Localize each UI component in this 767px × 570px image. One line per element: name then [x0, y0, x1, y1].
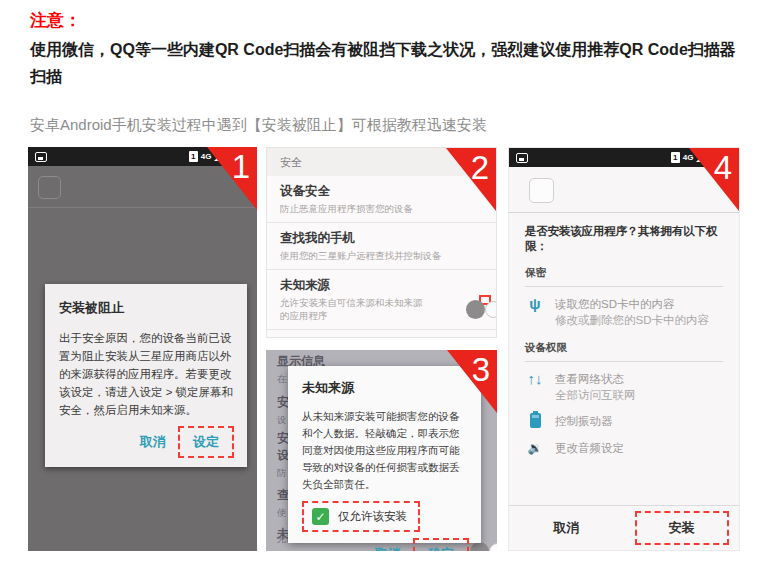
- dialog-title: 未知来源: [302, 379, 469, 397]
- settings-button[interactable]: 设定: [178, 426, 234, 458]
- dialog-body: 出于安全原因，您的设备当前已设置为阻止安装从三星应用商店以外的来源获得的应用程序…: [59, 329, 234, 419]
- network-status-icon: ↑↓: [525, 371, 545, 404]
- screenshot-icon: [35, 152, 47, 162]
- screenshot-step-2: 安全 设备安全 防止恶意应用程序损害您的设备 查找我的手机 使用您的三星账户远程…: [266, 147, 497, 338]
- permission-item-network: ↑↓ 查看网络状态 全部访问互联网: [525, 371, 723, 404]
- permission-text: 控制振动器: [555, 413, 613, 429]
- cancel-button[interactable]: 取消: [365, 540, 411, 551]
- unknown-sources-dialog: 未知来源 从未知来源安装可能损害您的设备和个人数据。轻敲确定，即表示您同意对因使…: [288, 366, 481, 543]
- security-settings-list: 设备安全 防止恶意应用程序损害您的设备 查找我的手机 使用您的三星账户远程查找并…: [267, 176, 496, 338]
- notice-body: 使用微信，QQ等一些内建QR Code扫描会有被阻挡下载之状况，强烈建议使用推荐…: [30, 36, 742, 90]
- step-number: 2: [471, 149, 489, 187]
- step-corner-badge: 4: [689, 148, 739, 211]
- section-heading-privacy: 保密: [525, 266, 723, 287]
- settings-item-subtitle: 防止恶意应用程序损害您的设备: [280, 203, 484, 216]
- install-blocked-dialog: 安装被阻止 出于安全原因，您的设备当前已设置为阻止安装从三星应用商店以外的来源获…: [45, 284, 247, 467]
- step-number: 3: [472, 351, 490, 389]
- settings-item-device-security[interactable]: 设备安全 防止恶意应用程序损害您的设备: [267, 176, 496, 223]
- usb-storage-icon: ψ: [525, 296, 545, 329]
- settings-item-title: 其他安全设定: [280, 337, 484, 338]
- settings-item-title: 设备安全: [280, 183, 484, 200]
- divider: [509, 212, 739, 213]
- app-icon-placeholder: [529, 178, 554, 203]
- cancel-button[interactable]: 取消: [536, 513, 598, 543]
- section-heading-device: 设备权限: [525, 341, 723, 362]
- checkbox-label: 仅允许该安装: [338, 509, 407, 524]
- step-number: 1: [232, 148, 250, 186]
- app-icon-placeholder: [38, 176, 61, 199]
- cancel-button[interactable]: 取消: [130, 428, 176, 456]
- settings-item-subtitle: 使用您的三星账户远程查找并控制设备: [280, 250, 484, 263]
- network-type-indicator: 4G: [683, 154, 694, 162]
- notification-badge: 1: [671, 152, 680, 163]
- permission-item-audio: 🔉 更改音频设定: [525, 440, 723, 456]
- checkbox-checked-icon: ✓: [312, 508, 329, 525]
- permission-item-vibrator: 控制振动器: [525, 413, 723, 431]
- unknown-sources-toggle[interactable]: [479, 295, 491, 305]
- install-button[interactable]: 安装: [635, 511, 729, 545]
- dialog-body: 从未知来源安装可能损害您的设备和个人数据。轻敲确定，即表示您同意对因使用这些应用…: [302, 408, 469, 493]
- permission-text: 读取您的SD卡中的内容: [555, 296, 709, 312]
- vibrator-icon: [530, 413, 541, 428]
- step-number: 4: [714, 149, 732, 187]
- confirm-button[interactable]: 确定: [413, 538, 469, 551]
- step-corner-badge: 1: [207, 147, 257, 210]
- permission-item-sd-card: ψ 读取您的SD卡中的内容 修改或删除您的SD卡中的内容: [525, 296, 723, 329]
- network-type-indicator: 4G: [201, 153, 212, 161]
- screenshot-step-4: 1 4G 7: 是否安装该应用程序？其将拥有以下权限： 保密 ψ 读取您的SD卡…: [508, 147, 740, 551]
- permission-text: 查看网络状态: [555, 371, 636, 387]
- tutorial-subtitle: 安卓Android手机安装过程中遇到【安装被阻止】可根据教程迅速安装: [30, 116, 487, 135]
- divider: [28, 207, 257, 208]
- notice-title: 注意：: [30, 9, 81, 32]
- screenshot-step-1: 1 4G 7: 安装被阻止 出于安全原因，您的设备当前已设置为阻止安装从三星应用…: [28, 147, 257, 551]
- screenshot-icon: [516, 153, 528, 163]
- settings-item-other-security[interactable]: 其他安全设定 更改安全更新和证书存储等其他安全设定: [267, 330, 496, 338]
- permission-text: 全部访问互联网: [555, 387, 636, 404]
- settings-item-find-my-mobile[interactable]: 查找我的手机 使用您的三星账户远程查找并控制设备: [267, 223, 496, 270]
- notification-badge: 1: [189, 151, 198, 162]
- permission-text: 修改或删除您的SD卡中的内容: [555, 312, 709, 329]
- settings-item-title: 查找我的手机: [280, 230, 484, 247]
- permission-text: 更改音频设定: [555, 440, 624, 456]
- install-action-bar: 取消 安装: [509, 505, 739, 550]
- settings-item-unknown-sources[interactable]: 未知来源 允许安装来自可信来源和未知来源的应用程序: [267, 270, 496, 330]
- install-prompt-title: 是否安装该应用程序？其将拥有以下权限：: [525, 224, 725, 254]
- settings-item-title: 未知来源: [280, 277, 484, 294]
- audio-settings-icon: 🔉: [525, 440, 545, 456]
- dialog-title: 安装被阻止: [59, 299, 234, 317]
- allow-this-install-checkbox[interactable]: ✓ 仅允许该安装: [302, 501, 420, 532]
- screenshot-step-3: 显示信息 在 安 设 安 设 防 查 使 未 允许安装来自可信来源和未知来源的应…: [266, 350, 497, 551]
- settings-item-subtitle: 允许安装来自可信来源和未知来源的应用程序: [280, 297, 430, 323]
